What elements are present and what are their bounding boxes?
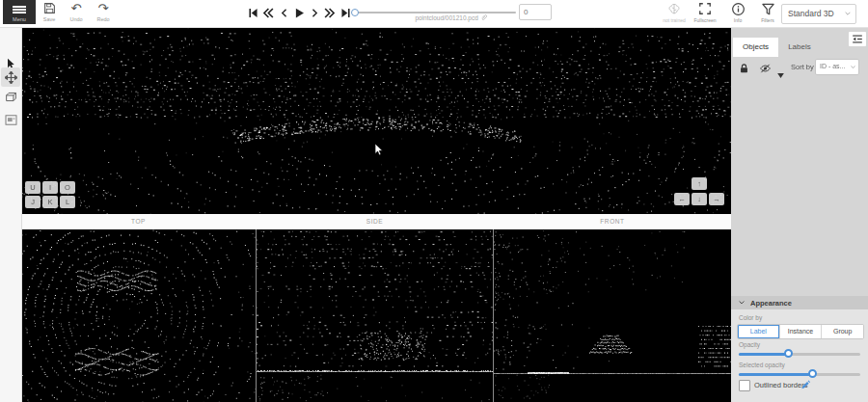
menu-button-label: Menu [3, 16, 36, 22]
viewport-3d[interactable]: U I O J K L ↑ ← ↓ → [21, 27, 731, 214]
chevron-collapse-icon [739, 300, 745, 306]
fullscreen-label: Fullscreen [689, 17, 721, 23]
selected-opacity-slider[interactable] [739, 370, 860, 379]
orthographic-views [21, 229, 731, 402]
play-button[interactable] [292, 4, 306, 21]
tools-sidebar [0, 27, 22, 402]
nav-key-j[interactable]: J [25, 196, 41, 208]
nn-training-button[interactable]: not trained [658, 2, 691, 25]
image-view-tool-button[interactable] [1, 110, 20, 129]
info-icon [721, 2, 754, 16]
nn-training-label: not trained [658, 17, 691, 23]
skip-to-start-button[interactable] [246, 4, 259, 21]
lock-icon [739, 63, 749, 74]
appearance-title: Appearance [750, 299, 792, 308]
side-view-label: SIDE [256, 214, 494, 229]
opacity-label: Opacity [739, 341, 760, 348]
nav-key-k[interactable]: K [42, 196, 58, 208]
save-label: Save [37, 16, 62, 22]
selected-opacity-label: Selected opacity [739, 362, 785, 368]
undo-button[interactable]: ↶ Undo [64, 2, 89, 25]
front-view-canvas[interactable] [494, 229, 731, 402]
sort-order-value: ID - as... [820, 63, 845, 69]
info-label: Info [721, 17, 754, 23]
filters-label: Filters [751, 17, 784, 23]
nav-key-i[interactable]: I [42, 181, 58, 194]
panel-tabs: Objects Labels [733, 38, 821, 57]
fast-forward-button[interactable] [323, 4, 337, 21]
chevron-down-icon [845, 11, 851, 16]
arrow-key-right[interactable]: → [709, 193, 724, 205]
edit-pencil-icon[interactable] [800, 380, 811, 390]
pointcloud-labeling-app: { "colors": {"accent": "#4a90d9"}, "topb… [0, 0, 868, 402]
filters-button[interactable]: Filters [751, 2, 784, 25]
indent-list-icon [852, 34, 863, 44]
step-backward-button[interactable] [277, 4, 290, 21]
redo-button[interactable]: ↷ Redo [91, 2, 116, 25]
nav-key-o[interactable]: O [60, 181, 75, 194]
redo-label: Redo [91, 16, 116, 22]
orthographic-view-labels: TOP SIDE FRONT [21, 214, 731, 230]
skip-to-end-button[interactable] [339, 4, 352, 21]
brain-icon [658, 2, 691, 16]
pan-tool-button[interactable] [1, 67, 20, 87]
side-view-canvas[interactable] [257, 229, 493, 402]
nav-key-l[interactable]: L [60, 196, 75, 208]
redo-icon: ↷ [91, 2, 116, 15]
frame-number-input[interactable] [519, 4, 552, 20]
tab-objects[interactable]: Objects [733, 38, 778, 57]
color-by-segmented-control: Label Instance Group [737, 324, 864, 339]
color-by-instance-option[interactable]: Instance [780, 325, 823, 338]
color-by-label-option[interactable]: Label [738, 325, 780, 338]
sort-order-select[interactable]: ID - as... [815, 59, 859, 75]
appearance-section: Appearance Color by Label Instance Group… [731, 296, 868, 402]
nav-key-u[interactable]: U [25, 181, 41, 194]
current-file-name: pointcloud/001210.pcd [384, 13, 519, 21]
undo-label: Undo [64, 16, 89, 22]
collapse-panel-button[interactable] [849, 32, 866, 46]
opacity-slider-thumb[interactable] [784, 349, 793, 358]
step-forward-button[interactable] [308, 4, 321, 21]
arrow-key-down[interactable]: ↓ [692, 193, 707, 205]
opacity-slider[interactable] [739, 350, 860, 359]
top-view-canvas[interactable] [21, 229, 256, 402]
chevron-down-icon [851, 65, 855, 69]
mouse-cursor [374, 143, 384, 157]
outlined-borders-checkbox[interactable] [739, 380, 750, 391]
save-icon [37, 2, 62, 15]
attachment-icon [480, 13, 488, 21]
fullscreen-button[interactable]: Fullscreen [689, 2, 721, 25]
playback-controls [246, 4, 352, 21]
objects-panel: Objects Labels Sort by ID - as... Appear… [731, 27, 868, 402]
cuboid-icon [5, 91, 17, 103]
image-icon [5, 115, 17, 125]
lock-all-button[interactable] [739, 61, 749, 78]
arrow-key-up[interactable]: ↑ [692, 177, 707, 190]
eye-slash-icon [759, 63, 772, 74]
color-by-group-option[interactable]: Group [822, 325, 863, 338]
menu-button[interactable]: Menu [3, 0, 36, 24]
view-mode-value: Standard 3D [788, 9, 834, 18]
pointcloud-3d-canvas[interactable] [21, 27, 731, 214]
fullscreen-icon [689, 2, 721, 16]
hamburger-icon [13, 6, 26, 13]
tab-labels[interactable]: Labels [778, 38, 821, 57]
save-button[interactable]: Save [37, 2, 62, 25]
sort-by-label: Sort by [791, 63, 814, 71]
more-actions-caret[interactable] [777, 65, 784, 82]
arrow-key-left[interactable]: ← [674, 193, 690, 205]
top-view-label: TOP [21, 214, 256, 229]
fast-backward-button[interactable] [261, 4, 275, 21]
filter-icon [751, 2, 784, 16]
top-toolbar: Menu Save ↶ Undo ↷ Redo [0, 0, 868, 28]
info-button[interactable]: Info [721, 2, 754, 25]
objects-toolbar: Sort by ID - as... [731, 57, 868, 78]
selected-opacity-slider-thumb[interactable] [808, 369, 817, 378]
cuboid-tool-button[interactable] [1, 87, 20, 106]
appearance-header[interactable]: Appearance [731, 296, 868, 309]
view-mode-select[interactable]: Standard 3D [781, 4, 856, 24]
frame-slider-thumb[interactable] [351, 9, 359, 16]
caret-down-icon [777, 73, 784, 78]
front-view-label: FRONT [494, 214, 731, 229]
hide-all-button[interactable] [759, 61, 772, 78]
